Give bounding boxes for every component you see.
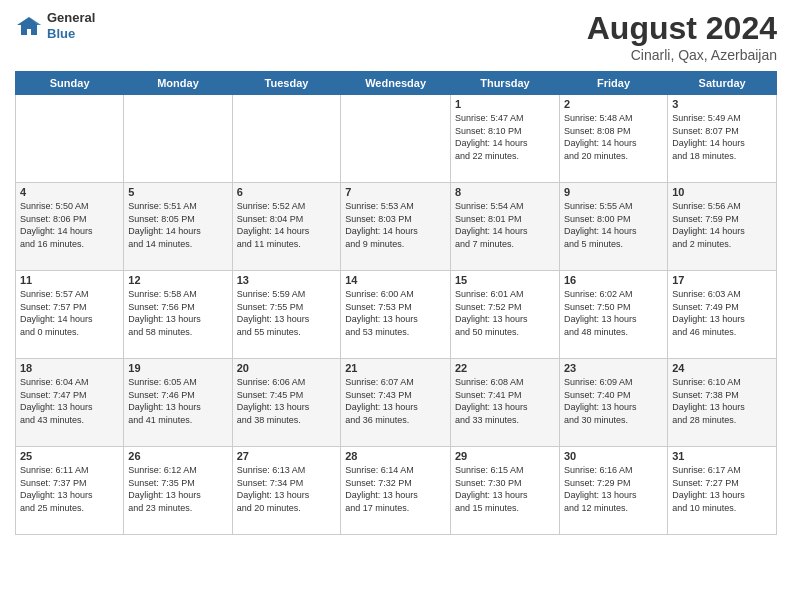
calendar-day-cell: 23Sunrise: 6:09 AM Sunset: 7:40 PM Dayli… bbox=[559, 359, 667, 447]
day-number: 24 bbox=[672, 362, 772, 374]
calendar-day-cell: 24Sunrise: 6:10 AM Sunset: 7:38 PM Dayli… bbox=[668, 359, 777, 447]
day-number: 22 bbox=[455, 362, 555, 374]
calendar-day-cell: 18Sunrise: 6:04 AM Sunset: 7:47 PM Dayli… bbox=[16, 359, 124, 447]
day-number: 18 bbox=[20, 362, 119, 374]
day-info: Sunrise: 5:52 AM Sunset: 8:04 PM Dayligh… bbox=[237, 200, 337, 250]
calendar-day-cell: 3Sunrise: 5:49 AM Sunset: 8:07 PM Daylig… bbox=[668, 95, 777, 183]
calendar-week-row: 1Sunrise: 5:47 AM Sunset: 8:10 PM Daylig… bbox=[16, 95, 777, 183]
day-info: Sunrise: 6:03 AM Sunset: 7:49 PM Dayligh… bbox=[672, 288, 772, 338]
calendar-day-cell: 13Sunrise: 5:59 AM Sunset: 7:55 PM Dayli… bbox=[232, 271, 341, 359]
day-number: 31 bbox=[672, 450, 772, 462]
calendar-day-cell: 14Sunrise: 6:00 AM Sunset: 7:53 PM Dayli… bbox=[341, 271, 451, 359]
day-info: Sunrise: 5:58 AM Sunset: 7:56 PM Dayligh… bbox=[128, 288, 227, 338]
day-number: 12 bbox=[128, 274, 227, 286]
weekday-header: Friday bbox=[559, 72, 667, 95]
day-number: 4 bbox=[20, 186, 119, 198]
calendar-day-cell: 21Sunrise: 6:07 AM Sunset: 7:43 PM Dayli… bbox=[341, 359, 451, 447]
calendar-day-cell: 30Sunrise: 6:16 AM Sunset: 7:29 PM Dayli… bbox=[559, 447, 667, 535]
day-number: 19 bbox=[128, 362, 227, 374]
day-number: 25 bbox=[20, 450, 119, 462]
day-info: Sunrise: 5:56 AM Sunset: 7:59 PM Dayligh… bbox=[672, 200, 772, 250]
page-container: General Blue August 2024 Cinarli, Qax, A… bbox=[0, 0, 792, 545]
day-number: 6 bbox=[237, 186, 337, 198]
calendar-day-cell: 8Sunrise: 5:54 AM Sunset: 8:01 PM Daylig… bbox=[450, 183, 559, 271]
day-number: 10 bbox=[672, 186, 772, 198]
calendar-day-cell: 16Sunrise: 6:02 AM Sunset: 7:50 PM Dayli… bbox=[559, 271, 667, 359]
day-number: 15 bbox=[455, 274, 555, 286]
day-info: Sunrise: 6:01 AM Sunset: 7:52 PM Dayligh… bbox=[455, 288, 555, 338]
day-number: 27 bbox=[237, 450, 337, 462]
logo-blue-text: Blue bbox=[47, 26, 95, 42]
day-info: Sunrise: 6:00 AM Sunset: 7:53 PM Dayligh… bbox=[345, 288, 446, 338]
day-info: Sunrise: 6:13 AM Sunset: 7:34 PM Dayligh… bbox=[237, 464, 337, 514]
calendar-day-cell bbox=[16, 95, 124, 183]
weekday-header: Tuesday bbox=[232, 72, 341, 95]
weekday-header: Thursday bbox=[450, 72, 559, 95]
day-number: 9 bbox=[564, 186, 663, 198]
calendar-day-cell: 10Sunrise: 5:56 AM Sunset: 7:59 PM Dayli… bbox=[668, 183, 777, 271]
month-title: August 2024 bbox=[587, 10, 777, 47]
day-number: 14 bbox=[345, 274, 446, 286]
calendar-day-cell: 31Sunrise: 6:17 AM Sunset: 7:27 PM Dayli… bbox=[668, 447, 777, 535]
day-info: Sunrise: 6:07 AM Sunset: 7:43 PM Dayligh… bbox=[345, 376, 446, 426]
calendar-day-cell: 19Sunrise: 6:05 AM Sunset: 7:46 PM Dayli… bbox=[124, 359, 232, 447]
calendar-day-cell: 29Sunrise: 6:15 AM Sunset: 7:30 PM Dayli… bbox=[450, 447, 559, 535]
day-info: Sunrise: 6:14 AM Sunset: 7:32 PM Dayligh… bbox=[345, 464, 446, 514]
day-number: 1 bbox=[455, 98, 555, 110]
day-number: 26 bbox=[128, 450, 227, 462]
day-info: Sunrise: 6:02 AM Sunset: 7:50 PM Dayligh… bbox=[564, 288, 663, 338]
weekday-header: Wednesday bbox=[341, 72, 451, 95]
day-info: Sunrise: 6:10 AM Sunset: 7:38 PM Dayligh… bbox=[672, 376, 772, 426]
day-number: 30 bbox=[564, 450, 663, 462]
calendar-day-cell: 1Sunrise: 5:47 AM Sunset: 8:10 PM Daylig… bbox=[450, 95, 559, 183]
calendar-day-cell: 22Sunrise: 6:08 AM Sunset: 7:41 PM Dayli… bbox=[450, 359, 559, 447]
day-info: Sunrise: 6:06 AM Sunset: 7:45 PM Dayligh… bbox=[237, 376, 337, 426]
calendar-day-cell bbox=[341, 95, 451, 183]
day-info: Sunrise: 5:57 AM Sunset: 7:57 PM Dayligh… bbox=[20, 288, 119, 338]
day-number: 21 bbox=[345, 362, 446, 374]
day-number: 29 bbox=[455, 450, 555, 462]
day-number: 2 bbox=[564, 98, 663, 110]
day-number: 20 bbox=[237, 362, 337, 374]
day-info: Sunrise: 5:50 AM Sunset: 8:06 PM Dayligh… bbox=[20, 200, 119, 250]
calendar-day-cell: 20Sunrise: 6:06 AM Sunset: 7:45 PM Dayli… bbox=[232, 359, 341, 447]
day-info: Sunrise: 5:47 AM Sunset: 8:10 PM Dayligh… bbox=[455, 112, 555, 162]
day-info: Sunrise: 5:49 AM Sunset: 8:07 PM Dayligh… bbox=[672, 112, 772, 162]
day-number: 11 bbox=[20, 274, 119, 286]
day-info: Sunrise: 6:15 AM Sunset: 7:30 PM Dayligh… bbox=[455, 464, 555, 514]
logo-general-text: General bbox=[47, 10, 95, 26]
calendar-week-row: 18Sunrise: 6:04 AM Sunset: 7:47 PM Dayli… bbox=[16, 359, 777, 447]
day-info: Sunrise: 6:11 AM Sunset: 7:37 PM Dayligh… bbox=[20, 464, 119, 514]
calendar-day-cell: 12Sunrise: 5:58 AM Sunset: 7:56 PM Dayli… bbox=[124, 271, 232, 359]
weekday-header: Monday bbox=[124, 72, 232, 95]
calendar-day-cell: 17Sunrise: 6:03 AM Sunset: 7:49 PM Dayli… bbox=[668, 271, 777, 359]
day-info: Sunrise: 5:53 AM Sunset: 8:03 PM Dayligh… bbox=[345, 200, 446, 250]
day-info: Sunrise: 5:51 AM Sunset: 8:05 PM Dayligh… bbox=[128, 200, 227, 250]
day-info: Sunrise: 5:59 AM Sunset: 7:55 PM Dayligh… bbox=[237, 288, 337, 338]
day-number: 5 bbox=[128, 186, 227, 198]
calendar-day-cell: 26Sunrise: 6:12 AM Sunset: 7:35 PM Dayli… bbox=[124, 447, 232, 535]
calendar-day-cell: 9Sunrise: 5:55 AM Sunset: 8:00 PM Daylig… bbox=[559, 183, 667, 271]
day-info: Sunrise: 6:08 AM Sunset: 7:41 PM Dayligh… bbox=[455, 376, 555, 426]
day-info: Sunrise: 6:17 AM Sunset: 7:27 PM Dayligh… bbox=[672, 464, 772, 514]
calendar-day-cell: 15Sunrise: 6:01 AM Sunset: 7:52 PM Dayli… bbox=[450, 271, 559, 359]
calendar-week-row: 4Sunrise: 5:50 AM Sunset: 8:06 PM Daylig… bbox=[16, 183, 777, 271]
calendar-day-cell bbox=[232, 95, 341, 183]
calendar-day-cell: 4Sunrise: 5:50 AM Sunset: 8:06 PM Daylig… bbox=[16, 183, 124, 271]
day-info: Sunrise: 6:12 AM Sunset: 7:35 PM Dayligh… bbox=[128, 464, 227, 514]
day-info: Sunrise: 6:09 AM Sunset: 7:40 PM Dayligh… bbox=[564, 376, 663, 426]
day-info: Sunrise: 5:54 AM Sunset: 8:01 PM Dayligh… bbox=[455, 200, 555, 250]
day-info: Sunrise: 6:16 AM Sunset: 7:29 PM Dayligh… bbox=[564, 464, 663, 514]
day-number: 3 bbox=[672, 98, 772, 110]
location: Cinarli, Qax, Azerbaijan bbox=[587, 47, 777, 63]
day-number: 28 bbox=[345, 450, 446, 462]
weekday-header: Sunday bbox=[16, 72, 124, 95]
svg-marker-0 bbox=[17, 17, 41, 35]
day-number: 13 bbox=[237, 274, 337, 286]
page-header: General Blue August 2024 Cinarli, Qax, A… bbox=[15, 10, 777, 63]
weekday-header: Saturday bbox=[668, 72, 777, 95]
day-number: 7 bbox=[345, 186, 446, 198]
title-block: August 2024 Cinarli, Qax, Azerbaijan bbox=[587, 10, 777, 63]
logo: General Blue bbox=[15, 10, 95, 41]
calendar-day-cell: 6Sunrise: 5:52 AM Sunset: 8:04 PM Daylig… bbox=[232, 183, 341, 271]
